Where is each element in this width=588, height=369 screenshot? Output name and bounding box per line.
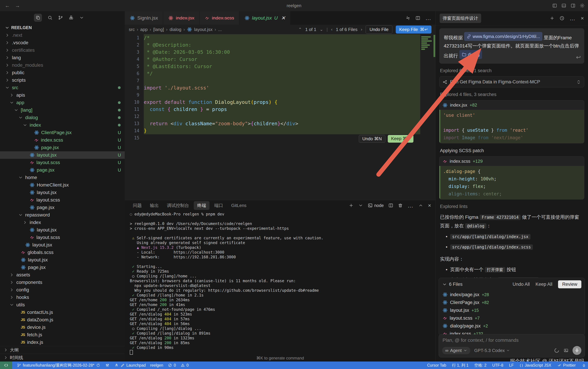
source-control-icon[interactable] [58,15,63,20]
status-reelgen[interactable]: reelgen [150,363,163,368]
tree-item-dialog[interactable]: dialog [0,114,125,121]
tab-SignIn.jsx[interactable]: SignIn.jsx [125,11,163,25]
close-icon[interactable]: × [581,15,584,22]
terminal-instance-node[interactable]: node [368,203,384,208]
tree-item-index.js[interactable]: JSindex.js [0,338,125,346]
breadcrumb-segment[interactable]: src [129,27,135,32]
breadcrumb-segment[interactable]: ... [218,27,222,32]
tree-item-hooks[interactable]: hooks [0,294,125,301]
tree-item-device.js[interactable]: JSdevice.js [0,324,125,331]
panel-tab-GitLens[interactable]: GitLens [228,202,250,210]
diff-icon[interactable] [406,16,410,20]
remote-icon[interactable] [4,363,9,368]
code-editor[interactable]: 1/*2 * @Description:3 * @Date: 2026-03-0… [125,34,436,200]
arrow-left-icon[interactable]: ← [5,3,10,9]
tab-index.scss[interactable]: index.scss [199,11,239,25]
user-message[interactable]: 帮我根据 www.figma.com/design/1rHyDI6l... 里面… [439,28,584,64]
changed-file-layout.scss[interactable]: layout.scss+7 [439,314,585,322]
code-diff-card[interactable]: index.jsx+82'use client' import { useSta… [439,100,584,143]
plus-icon[interactable] [349,203,354,208]
chevron-up-icon[interactable] [418,203,423,208]
figma-link-chip[interactable]: www.figma.com/design/1rHyDI6l... [464,32,542,41]
tab-close-icon[interactable]: ✕ [281,15,285,21]
tree-item-dataZoom.js[interactable]: JSdataZoom.js [0,316,125,324]
breadcrumb-segment[interactable]: app [140,27,148,32]
tree-item-public[interactable]: public [0,69,125,76]
tab-layout.jsx[interactable]: layout.jsxU✕ [239,11,291,25]
tree-item-index.scss[interactable]: index.scssU [0,136,125,144]
more-icon[interactable]: … [425,15,431,21]
tab-index.jsx[interactable]: index.jsx [163,11,199,25]
clock-icon[interactable] [559,15,564,22]
status-行 1, 列 1[interactable]: 行 1, 列 1 [452,363,468,368]
gear-icon[interactable] [580,3,585,8]
changed-file-ClientPage.jsx[interactable]: ClientPage.jsx+82 [439,298,585,306]
extensions-icon[interactable] [69,15,73,20]
status-0[interactable]: 0 [168,363,176,368]
unfold-icon[interactable] [576,80,581,84]
trash-icon[interactable] [398,203,403,208]
tree-item-assets[interactable]: assets [0,271,125,279]
layout-toggle-icons[interactable] [552,3,585,8]
panel-tab-输出[interactable]: 输出 [147,201,162,210]
copy-icon[interactable] [34,14,42,22]
chevron-down-icon[interactable] [442,282,447,287]
tree-item-repassword[interactable]: repassword [0,211,125,219]
tree-item-layout.jsx[interactable]: layout.jsx [0,226,125,234]
chevron-down-icon[interactable] [79,15,84,20]
tree-item-utils[interactable]: utils [0,301,125,308]
remote-indicator[interactable] [0,361,12,369]
panel-tab-问题[interactable]: 问题 [130,201,145,210]
tree-item-lang[interactable]: lang [0,54,125,62]
chat-title[interactable]: 弹窗页面组件设计 [440,14,481,23]
model-selector[interactable]: GPT-5.3 Codex [474,348,510,353]
microphone-button[interactable] [573,346,581,355]
keep-all-button[interactable]: Keep All [535,282,552,287]
tree-item-layout.jsx[interactable]: layout.jsx [0,241,125,249]
tree-item-page.jsx[interactable]: page.jsx [0,264,125,271]
tree-item-[lang][interactable]: [lang] [0,106,125,114]
tree-item-index[interactable]: index [0,121,125,129]
panel-tab-端口[interactable]: 端口 [211,201,227,210]
tree-item-.vscode[interactable]: .vscode [0,39,125,46]
plus-icon[interactable] [550,15,555,22]
status-icon-item[interactable] [105,363,110,368]
status-bell[interactable] [581,363,586,368]
breadcrumb-segment[interactable]: dialog [170,27,181,32]
tree-item-src[interactable]: src [0,84,125,92]
folder-chip[interactable]: dialog [459,50,482,59]
agent-mode-selector[interactable]: ∞ Agent [442,347,470,354]
next-file-icon[interactable]: › [361,27,362,32]
tree-item-node_modules[interactable]: node_modules [0,62,125,69]
tree-item-layout.jsx[interactable]: layout.jsxU [0,151,125,159]
status-Prettier[interactable]: Prettier [557,363,576,368]
tree-item-layout.jsx[interactable]: layout.jsx [0,256,125,264]
tree-item-components[interactable]: components [0,279,125,286]
tree-item-HomeClient.jsx[interactable]: HomeClient.jsx [0,181,125,189]
status-JavaScript JSX[interactable]: { }JavaScript JSX [519,363,551,368]
tree-item-layout.scss[interactable]: layout.scss [0,196,125,204]
status-空格: 2[interactable]: 空格: 2 [474,363,487,368]
sidebar-section-时间线[interactable]: 时间线 [0,354,125,361]
panel-left-icon[interactable] [552,3,557,8]
tree-item-fetch.js[interactable]: JSfetch.js [0,331,125,338]
status-feature/liuhanliang/重构官网-2026-02-28*[interactable]: feature/liuhanliang/重构官网-2026-02-28* [17,363,100,368]
panel-tab-调试控制台[interactable]: 调试控制台 [163,201,192,210]
tree-item-home[interactable]: home [0,174,125,181]
status-UTF-8[interactable]: UTF-8 [492,363,503,368]
undo-file-button[interactable]: Undo File [366,25,392,34]
tree-item-layout.scss[interactable]: layout.scss [0,234,125,241]
chevron-down-icon[interactable] [358,203,363,208]
tree-item-config[interactable]: config [0,286,125,294]
tree-item-contactUs.js[interactable]: JScontactUs.js [0,308,125,316]
tree-item-layout.jsx[interactable]: layout.jsx [0,189,125,196]
split-icon[interactable] [389,203,393,208]
review-button[interactable]: Review [558,280,581,288]
chat-input[interactable]: Plan, @ for context, / for commands ∞ Ag… [439,334,585,358]
image-attach-icon[interactable] [564,348,568,353]
panel-right-icon[interactable] [571,3,575,8]
terminal-output[interactable]: ○ edy@edydeMacBook-Pro reelgen % pnpm de… [125,211,436,355]
panel-bottom-icon[interactable] [561,3,566,8]
tree-item-scripts[interactable]: scripts [0,76,125,84]
breadcrumb[interactable]: src›app›[lang]›dialog›layout.jsx›... [129,27,222,32]
